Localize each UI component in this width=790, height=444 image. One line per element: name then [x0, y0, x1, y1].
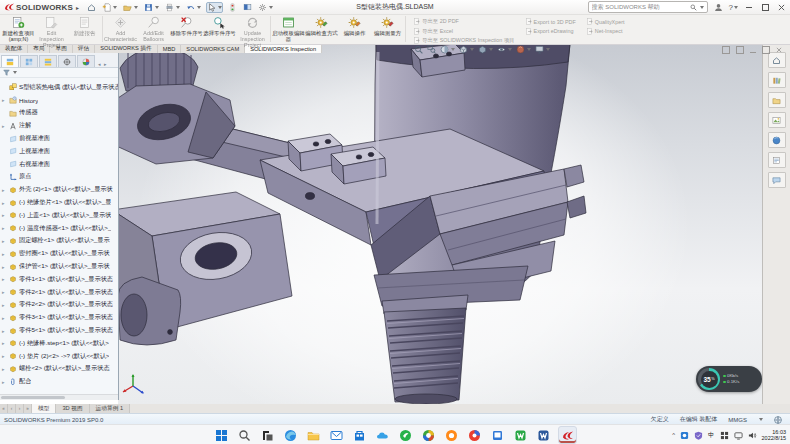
net-speed-widget[interactable]: 35% 0Kb/s 0.1K/s: [696, 366, 762, 392]
search-input[interactable]: 搜索 SOLIDWORKS 帮助: [588, 1, 708, 13]
expand-arrow-icon[interactable]: ▸: [2, 315, 7, 321]
panel-tab-configurationmanager[interactable]: [39, 55, 57, 67]
tree-row[interactable]: ▸(-) 垫片 (2)<2> ->? (默认<<默认>: [0, 350, 118, 363]
display-settings-button[interactable]: [242, 2, 253, 13]
search-icon[interactable]: [690, 4, 697, 11]
tree-row[interactable]: ▸固定螺栓<1> (默认<<默认>_显示: [0, 235, 118, 248]
taskbar-store-button[interactable]: [351, 427, 368, 443]
expand-arrow-icon[interactable]: ▸: [2, 302, 7, 308]
section-view-button[interactable]: [440, 45, 455, 54]
tree-filter-row[interactable]: [0, 68, 118, 78]
close-button[interactable]: [776, 3, 786, 12]
tree-row[interactable]: ▸配合: [0, 375, 118, 388]
open-button[interactable]: [122, 2, 139, 13]
doc-tab-3D-视图[interactable]: 3D 视图: [56, 404, 89, 413]
expand-arrow-icon[interactable]: ▸: [2, 353, 7, 359]
rebuild-button[interactable]: [227, 2, 238, 13]
taskbar-app-red-button[interactable]: [466, 427, 483, 443]
tab-last-button[interactable]: »: [24, 404, 32, 413]
doc-tab-模型[interactable]: 模型: [32, 404, 56, 413]
taskbar-wps-button[interactable]: [512, 427, 529, 443]
taskbar-browser-360-button[interactable]: [420, 427, 437, 443]
ribbon-button-template-editor[interactable]: 启动模板编辑器: [272, 14, 305, 44]
ribbon-button-edit-operations[interactable]: 编辑操作: [338, 14, 371, 44]
filter-caret-icon[interactable]: [13, 71, 17, 74]
panel-tab-propertymanager[interactable]: [20, 55, 38, 67]
hidden-icons-chevron[interactable]: ^: [672, 432, 675, 438]
tree-row[interactable]: 原点: [0, 171, 118, 184]
tree-row[interactable]: ▸零件5<1> (默认<<默认>_显示状态: [0, 324, 118, 337]
doc-window-button[interactable]: [736, 46, 744, 54]
expand-arrow-icon[interactable]: ▸: [2, 264, 7, 270]
tray-shield-icon[interactable]: [694, 431, 703, 440]
tree-row[interactable]: ▸(-) 温度传感器<1> (默认<<默认>_: [0, 222, 118, 235]
taskpane-custom-properties-button[interactable]: [768, 152, 786, 168]
home-button[interactable]: [86, 2, 97, 13]
expand-arrow-icon[interactable]: ▸: [2, 212, 7, 218]
ribbon-button-edit-methods[interactable]: 编辑检查方式: [305, 14, 338, 44]
search-caret-icon[interactable]: [700, 6, 704, 9]
taskbar-mail-button[interactable]: [328, 427, 345, 443]
hide-show-button[interactable]: [497, 45, 512, 54]
help-button[interactable]: ?: [729, 3, 738, 12]
expand-arrow-icon[interactable]: ▸: [2, 289, 7, 295]
panel-tab-scroll-arrows[interactable]: ◂ ▸: [98, 61, 107, 67]
ribbon-tab-装配体[interactable]: 装配体: [0, 44, 28, 53]
ribbon-button-remove-balloons[interactable]: 移除零件序号: [170, 14, 203, 44]
undo-button[interactable]: [185, 2, 202, 13]
view-orientation-button[interactable]: [459, 45, 474, 54]
expand-arrow-icon[interactable]: ▸: [2, 238, 7, 244]
appearance-button[interactable]: [516, 45, 531, 54]
doc-window-button[interactable]: [722, 46, 730, 54]
ribbon-button-select-balloons[interactable]: 选择零件序号: [203, 14, 236, 44]
select-button[interactable]: [206, 2, 223, 13]
ribbon-tab-mbd[interactable]: MBD: [158, 44, 182, 53]
zoom-fit-button[interactable]: [414, 45, 423, 54]
tree-row[interactable]: 传感器: [0, 107, 118, 120]
doc-minimize-button[interactable]: [750, 52, 756, 53]
tree-row[interactable]: ▸(-) 绝缘棒.step<1> (默认<<默认>: [0, 337, 118, 350]
expand-arrow-icon[interactable]: ▸: [2, 251, 7, 257]
tree-row[interactable]: ▸保护管<1> (默认<<默认>_显示状: [0, 260, 118, 273]
options-button[interactable]: [257, 2, 274, 13]
taskbar-solidworks-button[interactable]: [558, 426, 577, 444]
expand-arrow-icon[interactable]: ▸: [2, 97, 7, 103]
taskpane-appearances-button[interactable]: [768, 132, 786, 148]
minimize-button[interactable]: [744, 3, 754, 12]
filter-funnel-icon[interactable]: [3, 69, 10, 76]
expand-arrow-icon[interactable]: ▸: [2, 340, 7, 346]
tree-row[interactable]: ▸零件1<1> (默认<<默认>_显示状态: [0, 273, 118, 286]
doc-tab-运动算例-1[interactable]: 运动算例 1: [90, 404, 131, 413]
taskbar-search-button[interactable]: [236, 427, 253, 443]
tree-row[interactable]: 右视基准面: [0, 158, 118, 171]
print-button[interactable]: [164, 2, 181, 13]
tree-row[interactable]: 上视基准面: [0, 145, 118, 158]
panel-tab-displaymanager[interactable]: [77, 55, 95, 67]
ribbon-tab-solidworks-插件[interactable]: SOLIDWORKS 插件: [95, 44, 158, 53]
ime-language-indicator[interactable]: 中: [708, 431, 715, 440]
expand-arrow-icon[interactable]: ▸: [2, 187, 7, 193]
taskpane-forum-button[interactable]: [768, 172, 786, 188]
tab-first-button[interactable]: «: [0, 404, 8, 413]
taskbar-app-orange-button[interactable]: [443, 427, 460, 443]
tab-next-button[interactable]: ›: [16, 404, 24, 413]
taskpane-home-button[interactable]: [768, 52, 786, 68]
network-monitor-icon[interactable]: [734, 431, 743, 440]
taskbar-device-button[interactable]: [489, 427, 506, 443]
scene-button[interactable]: [535, 45, 550, 54]
display-style-button[interactable]: [478, 45, 493, 54]
tree-row[interactable]: ▸注解: [0, 119, 118, 132]
taskpane-view-palette-button[interactable]: [768, 112, 786, 128]
taskbar-clock[interactable]: 16:03 2022/8/15: [762, 429, 786, 442]
save-button[interactable]: [143, 2, 160, 13]
expand-arrow-icon[interactable]: ▸: [2, 379, 7, 385]
new-document-button[interactable]: [101, 2, 118, 13]
speaker-icon[interactable]: [748, 431, 757, 440]
restore-button[interactable]: [760, 3, 770, 12]
tree-row[interactable]: S型铠装热电偶 (默认<默认_显示状态-1: [0, 81, 118, 94]
tree-row[interactable]: ▸密封圈<1> (默认<<默认>_显示状: [0, 247, 118, 260]
taskbar-edge-button[interactable]: [282, 427, 299, 443]
tree-row[interactable]: ▸History: [0, 94, 118, 107]
panel-tab-dimxpertmanager[interactable]: [58, 55, 76, 67]
taskbar-app-green-button[interactable]: [397, 427, 414, 443]
